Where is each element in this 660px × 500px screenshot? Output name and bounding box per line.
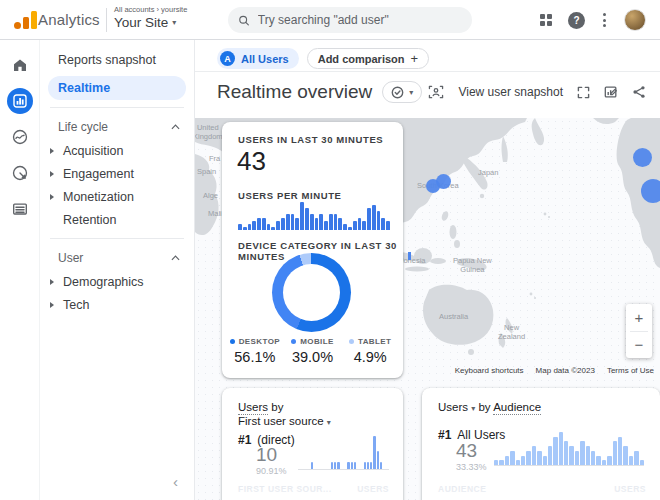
top-row-percent: 90.91% (256, 466, 287, 476)
legend-desktop[interactable]: DESKTOP 56.1% (226, 337, 284, 365)
chevron-down-icon: ▾ (172, 18, 176, 27)
top-row-value: 43 (456, 440, 477, 462)
more-menu-icon[interactable] (601, 11, 608, 29)
device-category-donut-chart[interactable] (272, 253, 351, 332)
keyboard-shortcuts-link[interactable]: Keyboard shortcuts (455, 366, 524, 375)
property-name: Your Site (114, 15, 168, 30)
metric-selector[interactable]: Users ▾ (438, 401, 475, 413)
tablet-legend-dot (349, 339, 354, 344)
nav-retention[interactable]: Retention (40, 208, 194, 231)
share-icon[interactable] (632, 85, 646, 99)
active-users-map-dot[interactable] (633, 148, 652, 167)
nav-tech[interactable]: Tech (40, 293, 194, 316)
mobile-legend-dot (291, 339, 296, 344)
users-30min-label: USERS IN LAST 30 MINUTES (238, 134, 383, 145)
users-by-audience-card: Users ▾ by Audience #1All Users 43 33.33… (422, 388, 660, 500)
fullscreen-icon[interactable] (577, 86, 590, 99)
nav-demographics[interactable]: Demographics (40, 270, 194, 293)
analytics-logo-icon[interactable] (14, 11, 37, 29)
search-bar[interactable] (228, 7, 472, 33)
map-label: Mali (208, 209, 222, 218)
map-label: Australia (439, 312, 468, 321)
users-per-minute-label: USERS PER MINUTE (238, 190, 342, 201)
audience-mini-chart[interactable] (494, 432, 644, 466)
top-row-value: 10 (256, 444, 277, 466)
view-user-snapshot-button[interactable] (428, 85, 444, 99)
map-zoom-control: + − (626, 304, 652, 358)
table-headers: AUDIENCEUSERS (438, 484, 646, 494)
library-icon[interactable] (7, 196, 33, 222)
collapse-nav-icon[interactable]: ‹ (173, 473, 178, 490)
active-users-map-dot[interactable] (408, 252, 411, 260)
legend-tablet[interactable]: TABLET 4.9% (341, 337, 399, 365)
realtime-summary-card: USERS IN LAST 30 MINUTES 43 USERS PER MI… (222, 122, 403, 378)
apps-grid-icon[interactable] (540, 14, 553, 27)
map-label: Papua New Guinea (453, 256, 492, 275)
advertising-icon[interactable] (7, 160, 33, 186)
customize-report-icon[interactable] (604, 85, 618, 99)
search-input[interactable] (258, 13, 462, 27)
map-attribution: Keyboard shortcuts Map data ©2023 Terms … (455, 366, 654, 375)
nav-realtime[interactable]: Realtime (48, 76, 186, 100)
left-rail (0, 40, 40, 500)
nav-acquisition[interactable]: Acquisition (40, 139, 194, 162)
audience-dimension-label[interactable]: Audience (493, 401, 541, 415)
active-users-map-dot[interactable] (436, 174, 451, 189)
nav-monetization[interactable]: Monetization (40, 185, 194, 208)
desktop-legend-dot (230, 339, 235, 344)
divider (50, 238, 184, 239)
device-legend: DESKTOP 56.1% MOBILE 39.0% TABLET 4.9% (226, 337, 399, 365)
zoom-in-button[interactable]: + (626, 304, 652, 331)
expand-arrow-icon (50, 194, 54, 200)
map-data-credit: Map data ©2023 (536, 366, 595, 375)
home-icon[interactable] (7, 52, 33, 78)
nav-section-user[interactable]: User (40, 246, 194, 270)
analytics-app: Analytics All accounts › yoursite Your S… (0, 0, 660, 500)
nav-reports-snapshot[interactable]: Reports snapshot (40, 48, 194, 72)
add-comparison-button[interactable]: Add comparison + (307, 48, 429, 69)
users-metric-label[interactable]: Users (238, 401, 268, 415)
view-user-snapshot-label[interactable]: View user snapshot (458, 85, 563, 99)
top-bar: Analytics All accounts › yoursite Your S… (0, 0, 660, 40)
map-label: Alge (203, 191, 218, 200)
chevron-down-icon: ▾ (409, 88, 413, 97)
terms-of-use-link[interactable]: Terms of Use (607, 366, 654, 375)
comparison-avatar: A (220, 51, 235, 66)
source-mini-chart[interactable] (298, 436, 389, 470)
chevron-up-icon (171, 255, 180, 261)
breadcrumb: All accounts › yoursite (114, 5, 187, 14)
main-content: A All Users Add comparison + Realtime ov… (195, 40, 660, 500)
zoom-out-button[interactable]: − (626, 332, 652, 359)
report-status-dropdown[interactable]: ▾ (382, 81, 422, 103)
top-row-percent: 33.33% (456, 462, 487, 472)
user-avatar[interactable] (624, 9, 646, 31)
page-title: Realtime overview (217, 81, 372, 103)
search-icon (238, 14, 250, 27)
account-switcher[interactable]: All accounts › yoursite Your Site▾ (114, 5, 187, 30)
all-users-comparison-chip[interactable]: A All Users (217, 48, 299, 69)
report-nav: Reports snapshot Realtime Life cycle Acq… (40, 40, 195, 500)
nav-engagement[interactable]: Engagement (40, 162, 194, 185)
dimension-selector[interactable]: First user source ▾ (238, 415, 331, 427)
table-headers: FIRST USER SOUR...USERS (238, 484, 389, 494)
product-name: Analytics (38, 11, 100, 28)
users-30min-value: 43 (237, 146, 266, 177)
chevron-down-icon: ▾ (471, 404, 475, 413)
active-users-map-dot[interactable] (641, 179, 660, 203)
user-snapshot-icon (428, 85, 444, 99)
plus-icon: + (411, 51, 419, 66)
nav-section-life-cycle[interactable]: Life cycle (40, 115, 194, 139)
divider (195, 71, 660, 72)
map-label: United Kingdom (195, 123, 223, 142)
map-label: New Zealand (498, 323, 525, 342)
help-icon[interactable]: ? (568, 12, 585, 29)
users-per-minute-chart[interactable] (238, 202, 390, 230)
expand-arrow-icon (50, 148, 54, 154)
users-by-source-card: Users by First user source ▾ #1(direct) … (222, 388, 403, 500)
legend-mobile[interactable]: MOBILE 39.0% (284, 337, 342, 365)
map-label: Spain (197, 167, 216, 176)
explore-icon[interactable] (7, 124, 33, 150)
reports-icon[interactable] (7, 88, 33, 114)
chevron-up-icon (171, 124, 180, 130)
check-circle-icon (391, 86, 404, 99)
